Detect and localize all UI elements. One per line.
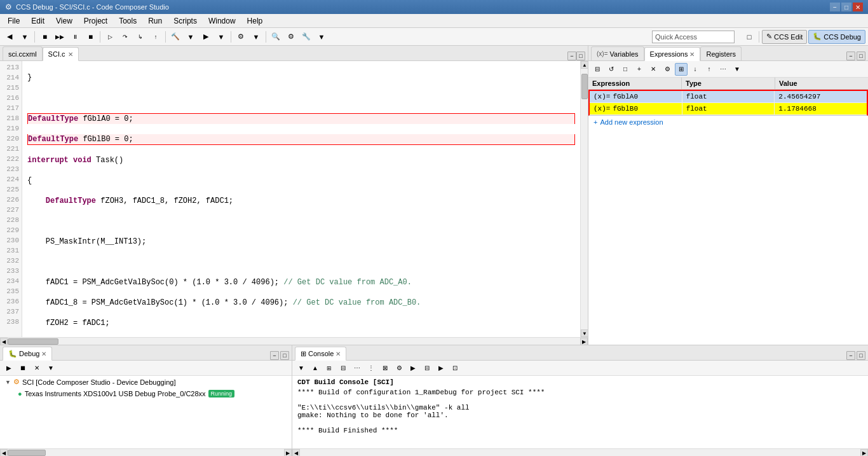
menu-item-help[interactable]: Help xyxy=(242,15,268,27)
right-panel-minimize[interactable]: − xyxy=(846,52,855,60)
quick-access-input[interactable]: Quick Access xyxy=(652,31,735,43)
tab-expressions[interactable]: Expressions ✕ xyxy=(644,47,701,61)
editor-maximize-btn[interactable]: □ xyxy=(576,52,585,60)
toolbar-btn-5[interactable]: ⏸ xyxy=(68,30,82,44)
debug-h-scroll-right[interactable]: ▶ xyxy=(284,449,292,456)
toolbar-icon-22[interactable]: □ xyxy=(742,30,756,44)
debug-tree-root[interactable]: ▼ ⚙ SCI [Code Composer Studio - Device D… xyxy=(0,376,292,388)
menu-item-window[interactable]: Window xyxy=(203,15,241,27)
console-h-scroll-right[interactable]: ▶ xyxy=(860,449,868,456)
toolbar-btn-14[interactable]: ▼ xyxy=(214,30,228,44)
ccs-debug-btn[interactable]: 🐛 CCS Debug xyxy=(808,30,865,44)
toolbar-btn-11[interactable]: 🔨 xyxy=(168,30,182,44)
expr-toolbar-btn-5[interactable]: ✕ xyxy=(647,63,660,76)
editor-minimize-btn[interactable]: − xyxy=(567,52,576,60)
tab-registers[interactable]: Registers xyxy=(700,46,741,60)
tab-sci-c[interactable]: SCI.c ✕ xyxy=(43,47,79,61)
expr-toolbar-btn-11[interactable]: ▼ xyxy=(731,63,743,76)
close-button[interactable]: ✕ xyxy=(853,3,863,11)
tab-variables[interactable]: (x)= Variables xyxy=(591,46,644,60)
toolbar-btn-7[interactable]: ▷ xyxy=(103,30,117,44)
console-toolbar-btn-8[interactable]: ⚙ xyxy=(393,362,405,375)
console-tab-close[interactable]: ✕ xyxy=(336,350,341,357)
console-toolbar-btn-9[interactable]: ▶ xyxy=(407,362,419,375)
expr-toolbar-btn-2[interactable]: ↺ xyxy=(605,63,618,76)
expr-toolbar-btn-3[interactable]: □ xyxy=(619,63,632,76)
expr-toolbar-btn-1[interactable]: ⊟ xyxy=(591,63,604,76)
ccs-edit-btn[interactable]: ✎ CCS Edit xyxy=(762,30,807,44)
menu-item-run[interactable]: Run xyxy=(143,15,167,27)
expr-toolbar-btn-4[interactable]: + xyxy=(633,63,646,76)
toolbar-btn-4[interactable]: ▶▶ xyxy=(53,30,67,44)
toolbar-btn-16[interactable]: ▼ xyxy=(249,30,263,44)
maximize-button[interactable]: □ xyxy=(841,3,851,11)
scroll-down-arrow[interactable]: ▼ xyxy=(581,329,588,337)
console-toolbar-btn-11[interactable]: ▶ xyxy=(435,362,447,375)
expr-toolbar-btn-10[interactable]: ⋯ xyxy=(717,63,729,76)
menu-item-project[interactable]: Project xyxy=(79,15,112,27)
toolbar-btn-1[interactable]: ◀ xyxy=(3,30,17,44)
debug-h-scroll-thumb[interactable] xyxy=(8,450,46,456)
toolbar-btn-9[interactable]: ↳ xyxy=(133,30,147,44)
debug-h-scroll-left[interactable]: ◀ xyxy=(0,449,8,456)
toolbar-btn-20[interactable]: ▼ xyxy=(315,30,329,44)
console-toolbar-btn-12[interactable]: ⊡ xyxy=(449,362,461,375)
h-scroll-thumb[interactable] xyxy=(8,338,58,345)
toolbar-btn-18[interactable]: ⚙ xyxy=(284,30,298,44)
menu-item-tools[interactable]: Tools xyxy=(114,15,142,27)
debug-maximize[interactable]: □ xyxy=(280,351,289,360)
code-lines[interactable]: } DefaultType fGblA0 = 0; DefaultType fG… xyxy=(22,61,580,337)
expr-toolbar-btn-7[interactable]: ⊞ xyxy=(675,63,688,76)
add-expression-btn[interactable]: + Add new expression xyxy=(588,116,868,128)
tab-sci-ccxml[interactable]: sci.ccxml xyxy=(3,46,43,60)
toolbar-btn-13[interactable]: ▶ xyxy=(199,30,213,44)
expr-toolbar-btn-8[interactable]: ↓ xyxy=(689,63,702,76)
toolbar-btn-3[interactable]: ⏹ xyxy=(37,30,51,44)
tab-debug[interactable]: 🐛 Debug ✕ xyxy=(3,347,52,361)
tab-expressions-close[interactable]: ✕ xyxy=(689,51,695,58)
console-toolbar-btn-7[interactable]: ⊠ xyxy=(379,362,391,375)
debug-h-scrollbar[interactable]: ◀ ▶ xyxy=(0,448,292,456)
console-toolbar-btn-1[interactable]: ▼ xyxy=(295,362,308,375)
debug-toolbar-btn-1[interactable]: ▶ xyxy=(3,362,15,375)
console-minimize[interactable]: − xyxy=(846,351,855,360)
debug-toolbar-btn-3[interactable]: ✕ xyxy=(31,362,43,375)
console-toolbar-btn-10[interactable]: ⊟ xyxy=(421,362,433,375)
h-scroll-right[interactable]: ▶ xyxy=(580,338,588,345)
scroll-up-arrow[interactable]: ▲ xyxy=(581,61,588,69)
expr-row-fgbla0[interactable]: (x)= fGblA0 float 2.45654297 xyxy=(590,91,867,103)
console-maximize[interactable]: □ xyxy=(857,351,865,360)
console-toolbar-btn-2[interactable]: ▲ xyxy=(309,362,322,375)
console-content[interactable]: CDT Build Console [SCI] **** Build of co… xyxy=(292,376,868,448)
console-toolbar-btn-3[interactable]: ⊞ xyxy=(323,362,336,375)
console-toolbar-btn-6[interactable]: ⋮ xyxy=(365,362,377,375)
editor-h-scrollbar[interactable]: ◀ ▶ xyxy=(0,337,588,345)
minimize-button[interactable]: − xyxy=(830,3,840,11)
editor-scrollbar-v[interactable]: ▲ ▼ xyxy=(580,61,588,337)
expr-toolbar-btn-9[interactable]: ↑ xyxy=(703,63,715,76)
toolbar-btn-12[interactable]: ▼ xyxy=(184,30,198,44)
toolbar-btn-19[interactable]: 🔧 xyxy=(299,30,313,44)
expr-toolbar-btn-6[interactable]: ⚙ xyxy=(661,63,674,76)
toolbar-btn-8[interactable]: ↷ xyxy=(118,30,132,44)
console-toolbar-btn-4[interactable]: ⊟ xyxy=(337,362,349,375)
console-h-scrollbar[interactable]: ◀ ▶ xyxy=(292,448,868,456)
debug-tab-close[interactable]: ✕ xyxy=(41,350,46,357)
right-panel-maximize[interactable]: □ xyxy=(857,52,865,60)
toolbar-btn-6[interactable]: ⏹ xyxy=(83,30,97,44)
tab-sci-c-close[interactable]: ✕ xyxy=(68,51,73,58)
toolbar-btn-10[interactable]: ↑ xyxy=(149,30,163,44)
title-bar-controls[interactable]: − □ ✕ xyxy=(830,3,863,11)
debug-toolbar-btn-2[interactable]: ⏹ xyxy=(17,362,29,375)
h-scroll-left[interactable]: ◀ xyxy=(0,338,8,345)
toolbar-btn-17[interactable]: 🔍 xyxy=(269,30,283,44)
menu-item-scripts[interactable]: Scripts xyxy=(168,15,202,27)
scroll-thumb[interactable] xyxy=(581,74,588,99)
tab-console[interactable]: ⊞ Console ✕ xyxy=(295,347,346,361)
debug-toolbar-btn-4[interactable]: ▼ xyxy=(44,362,57,375)
menu-item-file[interactable]: File xyxy=(3,15,25,27)
expr-row-fgblb0[interactable]: (x)= fGblB0 float 1.1784668 xyxy=(590,103,867,115)
toolbar-btn-15[interactable]: ⚙ xyxy=(234,30,248,44)
debug-minimize[interactable]: − xyxy=(270,351,279,360)
toolbar-btn-2[interactable]: ▼ xyxy=(18,30,32,44)
